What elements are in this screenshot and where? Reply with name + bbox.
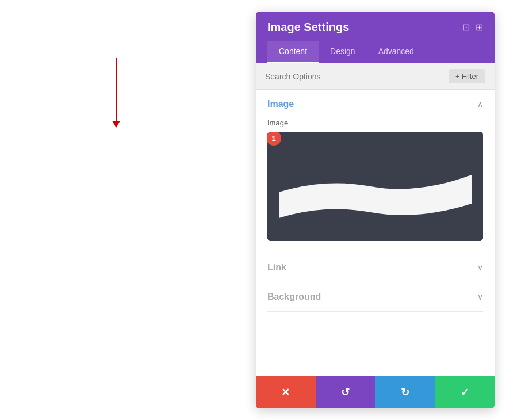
background-section-title: Background bbox=[267, 292, 321, 302]
save-button[interactable]: ✓ bbox=[435, 376, 494, 408]
filter-button[interactable]: + Filter bbox=[448, 69, 485, 83]
background-section-header[interactable]: Background ∨ bbox=[256, 282, 494, 311]
background-section: Background ∨ bbox=[256, 282, 494, 311]
link-section: Link ∨ bbox=[256, 253, 494, 282]
grid-icon[interactable]: ⊞ bbox=[476, 22, 483, 33]
image-section: Image ∧ Image 1 bbox=[256, 90, 494, 253]
down-arrow bbox=[112, 58, 120, 128]
panel-title: Image Settings bbox=[267, 21, 349, 34]
tab-content[interactable]: Content bbox=[267, 41, 319, 63]
panel-footer: ✕ ↺ ↻ ✓ bbox=[256, 376, 494, 408]
background-chevron-icon: ∨ bbox=[477, 292, 483, 301]
panel-title-row: Image Settings ⊡ ⊞ bbox=[267, 21, 483, 34]
arrow-head bbox=[112, 121, 120, 128]
tab-design[interactable]: Design bbox=[319, 41, 367, 63]
image-section-title: Image bbox=[267, 99, 294, 109]
search-input[interactable] bbox=[265, 72, 448, 81]
image-preview bbox=[267, 132, 483, 241]
tab-advanced[interactable]: Advanced bbox=[367, 41, 425, 63]
image-upload-area[interactable]: 1 bbox=[267, 132, 483, 241]
search-bar: + Filter bbox=[256, 63, 494, 90]
image-chevron-icon: ∧ bbox=[477, 100, 483, 109]
link-section-header[interactable]: Link ∨ bbox=[256, 253, 494, 282]
redo-button[interactable]: ↻ bbox=[375, 376, 435, 408]
cancel-button[interactable]: ✕ bbox=[256, 376, 316, 408]
panel-content: Image ∧ Image 1 Link bbox=[256, 90, 494, 376]
panel-header-icons: ⊡ ⊞ bbox=[462, 22, 483, 33]
image-field-label: Image bbox=[267, 119, 483, 127]
image-section-header[interactable]: Image ∧ bbox=[256, 90, 494, 119]
divider-3 bbox=[267, 311, 483, 312]
reset-button[interactable]: ↺ bbox=[316, 376, 375, 408]
tab-bar: Content Design Advanced bbox=[267, 41, 483, 63]
filter-label: + Filter bbox=[455, 72, 478, 81]
image-settings-panel: Image Settings ⊡ ⊞ Content Design Advanc… bbox=[256, 12, 494, 408]
link-chevron-icon: ∨ bbox=[477, 263, 483, 272]
panel-header: Image Settings ⊡ ⊞ Content Design Advanc… bbox=[256, 12, 494, 63]
link-section-title: Link bbox=[267, 262, 286, 273]
fullscreen-icon[interactable]: ⊡ bbox=[462, 22, 470, 33]
image-section-body: Image 1 bbox=[256, 119, 494, 253]
arrow-line bbox=[116, 58, 117, 121]
